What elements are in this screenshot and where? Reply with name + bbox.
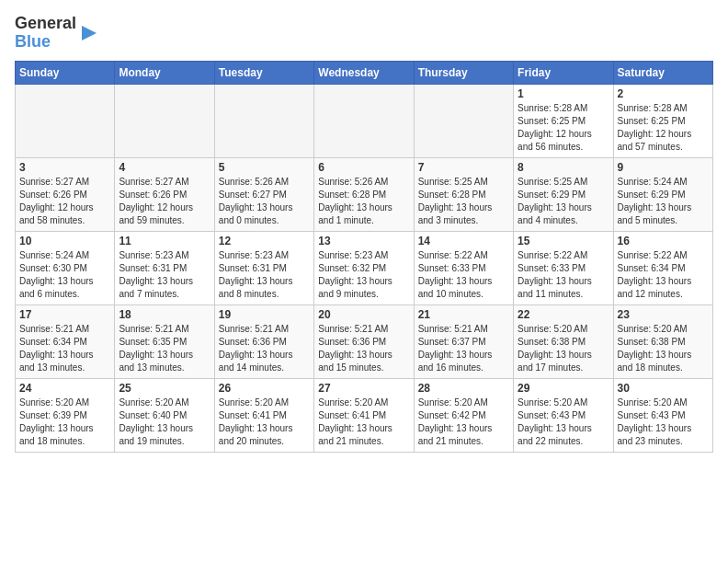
day-info: Sunrise: 5:22 AM Sunset: 6:34 PM Dayligh… [618, 249, 709, 301]
day-number: 29 [518, 382, 609, 395]
day-info: Sunrise: 5:26 AM Sunset: 6:28 PM Dayligh… [318, 176, 409, 227]
calendar-cell: 7Sunrise: 5:25 AM Sunset: 6:28 PM Daylig… [414, 157, 513, 231]
day-number: 10 [19, 235, 110, 247]
calendar-cell [115, 84, 214, 157]
column-header-friday: Friday [514, 61, 613, 84]
day-info: Sunrise: 5:23 AM Sunset: 6:31 PM Dayligh… [219, 249, 310, 301]
column-header-wednesday: Wednesday [314, 61, 414, 84]
calendar-cell: 10Sunrise: 5:24 AM Sunset: 6:30 PM Dayli… [16, 231, 115, 304]
day-info: Sunrise: 5:20 AM Sunset: 6:43 PM Dayligh… [518, 396, 609, 448]
calendar-cell: 5Sunrise: 5:26 AM Sunset: 6:27 PM Daylig… [214, 157, 313, 231]
week-row-1: 1Sunrise: 5:28 AM Sunset: 6:25 PM Daylig… [16, 84, 713, 157]
day-number: 17 [19, 308, 110, 321]
day-number: 1 [518, 87, 609, 100]
day-info: Sunrise: 5:27 AM Sunset: 6:26 PM Dayligh… [19, 176, 110, 227]
calendar-cell [414, 84, 513, 157]
day-number: 28 [418, 382, 509, 395]
calendar-cell: 13Sunrise: 5:23 AM Sunset: 6:32 PM Dayli… [314, 231, 414, 304]
day-info: Sunrise: 5:24 AM Sunset: 6:29 PM Dayligh… [618, 176, 709, 227]
calendar-cell: 29Sunrise: 5:20 AM Sunset: 6:43 PM Dayli… [514, 378, 613, 452]
logo-text: GeneralBlue [15, 15, 76, 52]
day-number: 4 [119, 161, 210, 174]
day-info: Sunrise: 5:24 AM Sunset: 6:30 PM Dayligh… [19, 249, 110, 301]
calendar-cell: 9Sunrise: 5:24 AM Sunset: 6:29 PM Daylig… [613, 157, 712, 231]
day-number: 15 [518, 235, 609, 247]
day-number: 14 [418, 235, 509, 247]
calendar-cell: 30Sunrise: 5:20 AM Sunset: 6:43 PM Dayli… [613, 378, 712, 452]
calendar-cell: 11Sunrise: 5:23 AM Sunset: 6:31 PM Dayli… [115, 231, 214, 304]
day-number: 20 [318, 308, 409, 321]
calendar-cell: 20Sunrise: 5:21 AM Sunset: 6:36 PM Dayli… [314, 304, 414, 378]
calendar-table: SundayMondayTuesdayWednesdayThursdayFrid… [15, 61, 713, 453]
logo: GeneralBlue [15, 15, 98, 52]
day-info: Sunrise: 5:25 AM Sunset: 6:28 PM Dayligh… [418, 176, 509, 227]
day-info: Sunrise: 5:28 AM Sunset: 6:25 PM Dayligh… [518, 102, 609, 154]
calendar-cell: 14Sunrise: 5:22 AM Sunset: 6:33 PM Dayli… [414, 231, 513, 304]
day-info: Sunrise: 5:21 AM Sunset: 6:34 PM Dayligh… [19, 323, 110, 374]
day-info: Sunrise: 5:21 AM Sunset: 6:35 PM Dayligh… [119, 323, 210, 374]
day-info: Sunrise: 5:20 AM Sunset: 6:38 PM Dayligh… [518, 323, 609, 374]
column-header-sunday: Sunday [16, 61, 115, 84]
day-info: Sunrise: 5:20 AM Sunset: 6:41 PM Dayligh… [219, 396, 310, 448]
day-info: Sunrise: 5:20 AM Sunset: 6:41 PM Dayligh… [318, 396, 409, 448]
calendar-cell: 26Sunrise: 5:20 AM Sunset: 6:41 PM Dayli… [214, 378, 313, 452]
calendar-cell: 21Sunrise: 5:21 AM Sunset: 6:37 PM Dayli… [414, 304, 513, 378]
day-number: 2 [618, 87, 709, 100]
day-number: 23 [618, 308, 709, 321]
day-number: 8 [518, 161, 609, 174]
calendar-cell: 27Sunrise: 5:20 AM Sunset: 6:41 PM Dayli… [314, 378, 414, 452]
day-number: 11 [119, 235, 210, 247]
day-info: Sunrise: 5:20 AM Sunset: 6:39 PM Dayligh… [19, 396, 110, 448]
calendar-cell [16, 84, 115, 157]
week-row-2: 3Sunrise: 5:27 AM Sunset: 6:26 PM Daylig… [16, 157, 713, 231]
column-header-thursday: Thursday [414, 61, 513, 84]
day-number: 19 [219, 308, 310, 321]
day-number: 12 [219, 235, 310, 247]
day-info: Sunrise: 5:22 AM Sunset: 6:33 PM Dayligh… [518, 249, 609, 301]
calendar-cell: 16Sunrise: 5:22 AM Sunset: 6:34 PM Dayli… [613, 231, 712, 304]
day-info: Sunrise: 5:21 AM Sunset: 6:37 PM Dayligh… [418, 323, 509, 374]
day-number: 9 [618, 161, 709, 174]
calendar-cell: 3Sunrise: 5:27 AM Sunset: 6:26 PM Daylig… [16, 157, 115, 231]
day-info: Sunrise: 5:22 AM Sunset: 6:33 PM Dayligh… [418, 249, 509, 301]
svg-marker-0 [82, 26, 97, 40]
header-row: SundayMondayTuesdayWednesdayThursdayFrid… [16, 61, 713, 84]
day-number: 22 [518, 308, 609, 321]
day-number: 6 [318, 161, 409, 174]
calendar-cell [314, 84, 414, 157]
page-header: GeneralBlue [15, 15, 713, 52]
day-info: Sunrise: 5:20 AM Sunset: 6:40 PM Dayligh… [119, 396, 210, 448]
calendar-cell: 28Sunrise: 5:20 AM Sunset: 6:42 PM Dayli… [414, 378, 513, 452]
day-info: Sunrise: 5:20 AM Sunset: 6:43 PM Dayligh… [618, 396, 709, 448]
calendar-cell [214, 84, 313, 157]
day-info: Sunrise: 5:28 AM Sunset: 6:25 PM Dayligh… [618, 102, 709, 154]
day-info: Sunrise: 5:21 AM Sunset: 6:36 PM Dayligh… [318, 323, 409, 374]
day-info: Sunrise: 5:23 AM Sunset: 6:32 PM Dayligh… [318, 249, 409, 301]
day-info: Sunrise: 5:25 AM Sunset: 6:29 PM Dayligh… [518, 176, 609, 227]
column-header-monday: Monday [115, 61, 214, 84]
calendar-cell: 23Sunrise: 5:20 AM Sunset: 6:38 PM Dayli… [613, 304, 712, 378]
day-number: 24 [19, 382, 110, 395]
week-row-5: 24Sunrise: 5:20 AM Sunset: 6:39 PM Dayli… [16, 378, 713, 452]
day-info: Sunrise: 5:20 AM Sunset: 6:42 PM Dayligh… [418, 396, 509, 448]
day-number: 26 [219, 382, 310, 395]
calendar-cell: 19Sunrise: 5:21 AM Sunset: 6:36 PM Dayli… [214, 304, 313, 378]
day-info: Sunrise: 5:23 AM Sunset: 6:31 PM Dayligh… [119, 249, 210, 301]
calendar-cell: 25Sunrise: 5:20 AM Sunset: 6:40 PM Dayli… [115, 378, 214, 452]
calendar-cell: 2Sunrise: 5:28 AM Sunset: 6:25 PM Daylig… [613, 84, 712, 157]
calendar-cell: 22Sunrise: 5:20 AM Sunset: 6:38 PM Dayli… [514, 304, 613, 378]
day-number: 16 [618, 235, 709, 247]
column-header-saturday: Saturday [613, 61, 712, 84]
day-number: 7 [418, 161, 509, 174]
calendar-cell: 17Sunrise: 5:21 AM Sunset: 6:34 PM Dayli… [16, 304, 115, 378]
calendar-cell: 8Sunrise: 5:25 AM Sunset: 6:29 PM Daylig… [514, 157, 613, 231]
calendar-cell: 4Sunrise: 5:27 AM Sunset: 6:26 PM Daylig… [115, 157, 214, 231]
day-number: 3 [19, 161, 110, 174]
day-number: 27 [318, 382, 409, 395]
calendar-cell: 6Sunrise: 5:26 AM Sunset: 6:28 PM Daylig… [314, 157, 414, 231]
week-row-4: 17Sunrise: 5:21 AM Sunset: 6:34 PM Dayli… [16, 304, 713, 378]
day-info: Sunrise: 5:26 AM Sunset: 6:27 PM Dayligh… [219, 176, 310, 227]
day-number: 30 [618, 382, 709, 395]
calendar-cell: 12Sunrise: 5:23 AM Sunset: 6:31 PM Dayli… [214, 231, 313, 304]
day-number: 18 [119, 308, 210, 321]
